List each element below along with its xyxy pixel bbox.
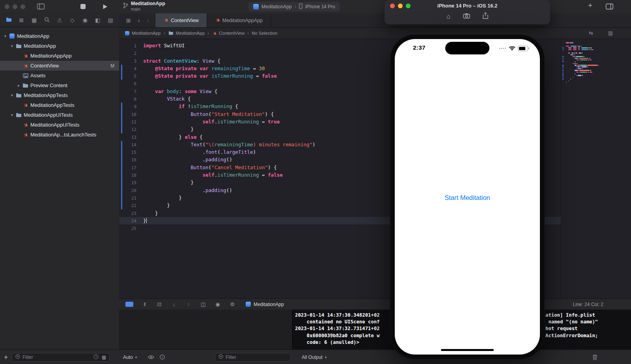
- zoom-window-button[interactable]: [21, 4, 25, 9]
- code-text: @State private var remainingTime = 30: [143, 65, 265, 71]
- sidebar-item-meditationapp[interactable]: ▾MeditationApp: [0, 41, 119, 51]
- simulator-titlebar[interactable]: iPhone 14 Pro – iOS 16.2 ⌂: [385, 0, 550, 24]
- breakpoints-navigator-icon[interactable]: ◧: [94, 17, 101, 23]
- disclosure-down-icon[interactable]: ▾: [9, 44, 15, 48]
- minimap-line: [566, 44, 631, 45]
- swift-icon: [22, 122, 29, 127]
- breadcrumb-item-meditationapp[interactable]: MeditationApp: [125, 31, 161, 36]
- minimap-line: [566, 82, 631, 83]
- scheme-selector[interactable]: MeditationApp › iPhone 14 Pro: [248, 2, 340, 11]
- issues-navigator-icon[interactable]: ⚠: [56, 17, 63, 23]
- chevron-down-icon: ▾: [325, 355, 327, 359]
- eye-icon[interactable]: [148, 350, 154, 364]
- memory-graph-icon[interactable]: ◉: [215, 301, 221, 307]
- minimap-line: [566, 78, 631, 80]
- minimap-line: [566, 49, 631, 50]
- home-button[interactable]: ⌂: [446, 13, 450, 20]
- home-indicator[interactable]: [441, 349, 494, 351]
- breadcrumb-item-contentview[interactable]: ContentView: [212, 31, 245, 36]
- disclosure-down-icon[interactable]: ▾: [2, 34, 8, 38]
- sidebar-item-assets[interactable]: Assets: [0, 71, 119, 80]
- back-icon[interactable]: ‹: [138, 17, 140, 24]
- minimize-window-button[interactable]: [13, 4, 17, 9]
- simulator-toolbar: ⌂: [385, 12, 550, 21]
- iphone-frame: 2:37 •••• Start Meditation: [390, 35, 544, 359]
- minimap-line: [566, 46, 631, 47]
- pause-button[interactable]: ‖: [142, 301, 148, 307]
- breadcrumb-item-no-selection[interactable]: No Selection: [252, 31, 277, 35]
- stop-button[interactable]: [80, 4, 86, 10]
- run-button[interactable]: [103, 4, 108, 11]
- minimap-line: [566, 68, 631, 69]
- swift-icon: [212, 31, 217, 35]
- line-number: 25: [119, 225, 136, 232]
- reports-navigator-icon[interactable]: ▤: [107, 17, 114, 23]
- find-navigator-icon[interactable]: [43, 17, 50, 24]
- console-output-selector[interactable]: All Output ▾: [302, 350, 327, 364]
- screenshot-button[interactable]: [463, 13, 470, 20]
- toggle-navigator-icon[interactable]: [37, 4, 45, 11]
- debug-area-toggle-icon[interactable]: [125, 302, 133, 307]
- tab-label: MeditationAppApp: [222, 18, 263, 23]
- tabs: ContentViewMeditationAppApp: [155, 13, 271, 27]
- breadcrumb-item-meditationapp[interactable]: MeditationApp: [168, 31, 205, 35]
- iphone-screen[interactable]: 2:37 •••• Start Meditation: [395, 39, 540, 355]
- recent-files-icon[interactable]: [93, 354, 99, 360]
- sidebar-item-preview-content[interactable]: ▸Preview Content: [0, 80, 119, 90]
- tab-overview-icon[interactable]: ⊞: [126, 17, 131, 24]
- console-filter-field[interactable]: Filter: [215, 353, 291, 362]
- tests-navigator-icon[interactable]: ◇: [69, 17, 76, 23]
- sidebar-item-meditationapp[interactable]: ▾MeditationApp: [0, 31, 119, 41]
- sidebar-item-meditationappapp[interactable]: MeditationAppApp: [0, 51, 119, 61]
- environment-overrides-icon[interactable]: ⚙: [229, 301, 235, 307]
- minimap-line: [566, 52, 631, 54]
- start-meditation-button[interactable]: Start Meditation: [395, 194, 540, 202]
- navigator-filter-field[interactable]: Filter ▦: [12, 353, 110, 362]
- add-toolbar-button[interactable]: +: [588, 2, 592, 9]
- sidebar-item-meditationap-tslaunchtests[interactable]: MeditationAp...tsLaunchTests: [0, 130, 119, 140]
- clear-console-button[interactable]: [592, 350, 597, 364]
- swap-editors-icon[interactable]: ⇆: [589, 30, 593, 36]
- line-number: 16: [119, 156, 136, 164]
- share-button[interactable]: [483, 12, 488, 21]
- line-number: 13: [119, 134, 136, 141]
- sidebar-item-meditationapptests[interactable]: ▾MeditationAppTests: [0, 90, 119, 100]
- sidebar-item-meditationappuitests[interactable]: ▾MeditationAppUITests: [0, 110, 119, 120]
- minimap-line: [566, 73, 631, 75]
- tab-meditationappapp[interactable]: MeditationAppApp: [207, 13, 271, 27]
- tab-contentview[interactable]: ContentView: [155, 13, 207, 27]
- symbols-navigator-icon[interactable]: ▦: [31, 17, 38, 23]
- sidebar-item-meditationappuitests[interactable]: MeditationAppUITests: [0, 120, 119, 130]
- download-container-icon[interactable]: ↓: [171, 301, 177, 307]
- project-navigator-icon[interactable]: [5, 17, 12, 23]
- close-window-button[interactable]: [5, 4, 9, 9]
- disclosure-down-icon[interactable]: ▾: [9, 113, 15, 117]
- minimap[interactable]: [561, 39, 631, 299]
- line-number: 21: [119, 194, 136, 202]
- view-hierarchy-icon[interactable]: ◫: [200, 301, 206, 307]
- grid-filter-icon[interactable]: ▦: [102, 355, 106, 360]
- disclosure-down-icon[interactable]: ▾: [9, 93, 15, 97]
- chevron-right-icon: ›: [164, 30, 165, 36]
- disclosure-right-icon[interactable]: ▸: [16, 83, 22, 88]
- debug-bar: ‖⊡↓↑◫◉⚙ MeditationApp Line: 24 Col: 2: [119, 299, 631, 310]
- chevron-right-icon: ›: [295, 4, 296, 9]
- dynamic-island: [445, 42, 489, 54]
- info-icon[interactable]: i: [160, 350, 165, 364]
- view-debugger-icon[interactable]: ⊡: [156, 301, 162, 307]
- scope-label: Auto: [123, 355, 133, 360]
- chevron-right-icon: ›: [207, 30, 209, 36]
- simulate-location-icon[interactable]: ↑: [185, 301, 192, 307]
- variables-scope-selector[interactable]: Auto ▾: [123, 350, 137, 364]
- add-file-button[interactable]: +: [4, 350, 8, 364]
- add-editor-icon[interactable]: ▥: [608, 30, 613, 36]
- code-text: } else {: [143, 134, 203, 140]
- source-control-navigator-icon[interactable]: ⊠: [18, 17, 25, 23]
- sidebar-item-meditationapptests[interactable]: MeditationAppTests: [0, 100, 119, 110]
- chevron-right-icon: ›: [247, 30, 249, 36]
- minimap-line: [566, 72, 631, 73]
- debug-navigator-icon[interactable]: ◉: [82, 17, 89, 23]
- editor-layout-icon[interactable]: [606, 4, 613, 11]
- sidebar-item-contentview[interactable]: ContentViewM: [0, 61, 119, 71]
- forward-icon[interactable]: ›: [147, 17, 149, 24]
